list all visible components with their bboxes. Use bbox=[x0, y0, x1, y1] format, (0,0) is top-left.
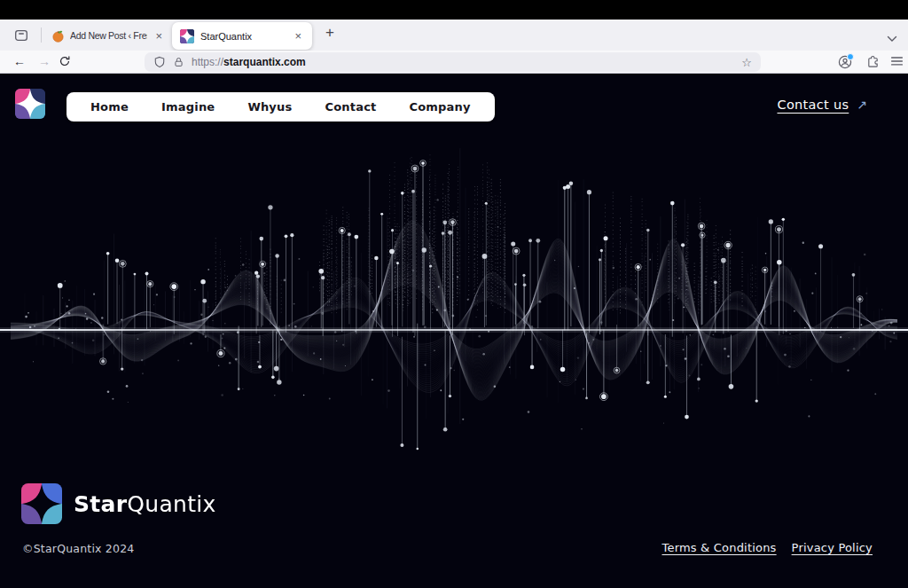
tab-fresh-orange[interactable]: Add New Post ‹ Fresh Orange D × bbox=[47, 23, 169, 48]
reload-button[interactable] bbox=[59, 55, 71, 71]
privacy-link[interactable]: Privacy Policy bbox=[792, 541, 873, 554]
window-title-bar bbox=[0, 0, 908, 20]
contact-us-link[interactable]: Contact us ↗ bbox=[777, 98, 867, 112]
brand-name-bold: Star bbox=[74, 491, 127, 517]
footer-links: Terms & Conditions Privacy Policy bbox=[662, 541, 873, 554]
bookmark-star-icon[interactable]: ☆ bbox=[741, 56, 752, 69]
nav-item-home[interactable]: Home bbox=[90, 100, 129, 114]
copyright-text: ©StarQuantix 2024 bbox=[22, 542, 134, 555]
firefox-view-button[interactable] bbox=[9, 24, 34, 46]
header-logo[interactable] bbox=[15, 89, 45, 119]
orange-fruit-favicon-icon bbox=[51, 29, 65, 43]
nav-item-whyus[interactable]: Whyus bbox=[247, 100, 292, 114]
hamburger-menu-icon bbox=[890, 55, 904, 67]
tab-strip-separator bbox=[41, 27, 42, 43]
account-button[interactable] bbox=[838, 55, 852, 73]
brand-name-light: Quantix bbox=[127, 491, 215, 517]
tracking-shield-icon bbox=[153, 56, 166, 68]
url-host: starquantix.com bbox=[223, 56, 306, 68]
account-notification-badge bbox=[847, 53, 854, 60]
puzzle-piece-icon bbox=[866, 55, 880, 68]
arrow-up-right-icon: ↗ bbox=[857, 98, 867, 112]
tab-title: Add New Post ‹ Fresh Orange D bbox=[70, 30, 147, 41]
new-tab-button[interactable]: + bbox=[321, 24, 339, 42]
chevron-down-icon bbox=[887, 35, 897, 43]
tab-strip: Add New Post ‹ Fresh Orange D × StarQuan… bbox=[0, 20, 908, 51]
url-bar[interactable]: https://starquantix.com ☆ bbox=[145, 52, 761, 72]
tab-title: StarQuantix bbox=[200, 31, 286, 42]
list-all-tabs-button[interactable] bbox=[887, 30, 897, 46]
extensions-button[interactable] bbox=[866, 55, 880, 72]
page-content: Home Imagine Whyus Contact Company Conta… bbox=[0, 74, 908, 588]
url-scheme: https:// bbox=[192, 56, 223, 68]
starquantix-favicon-icon bbox=[180, 29, 194, 43]
forward-button[interactable]: → bbox=[35, 53, 53, 69]
main-navigation: Home Imagine Whyus Contact Company bbox=[67, 92, 495, 122]
back-button[interactable]: ← bbox=[11, 53, 28, 69]
terms-link[interactable]: Terms & Conditions bbox=[662, 541, 777, 554]
nav-item-contact[interactable]: Contact bbox=[325, 100, 376, 114]
contact-us-label: Contact us bbox=[777, 98, 849, 112]
tab-close-icon[interactable]: × bbox=[292, 29, 304, 43]
tab-close-icon[interactable]: × bbox=[153, 29, 165, 43]
hero-waveform-canvas bbox=[0, 133, 908, 498]
browser-window: Add New Post ‹ Fresh Orange D × StarQuan… bbox=[0, 0, 908, 588]
footer-brand-name: StarQuantix bbox=[74, 491, 216, 517]
menu-button[interactable] bbox=[890, 55, 904, 71]
footer-logo bbox=[21, 483, 62, 524]
reload-icon bbox=[59, 55, 71, 67]
tab-starquantix[interactable]: StarQuantix × bbox=[172, 22, 312, 50]
footer-brand: StarQuantix bbox=[21, 483, 216, 524]
firefox-view-icon bbox=[14, 28, 28, 43]
browser-toolbar: ← → https://starquantix.com ☆ bbox=[0, 51, 908, 74]
nav-item-company[interactable]: Company bbox=[409, 100, 470, 114]
url-text: https://starquantix.com bbox=[192, 56, 306, 68]
nav-item-imagine[interactable]: Imagine bbox=[161, 100, 215, 114]
lock-icon bbox=[173, 56, 184, 68]
